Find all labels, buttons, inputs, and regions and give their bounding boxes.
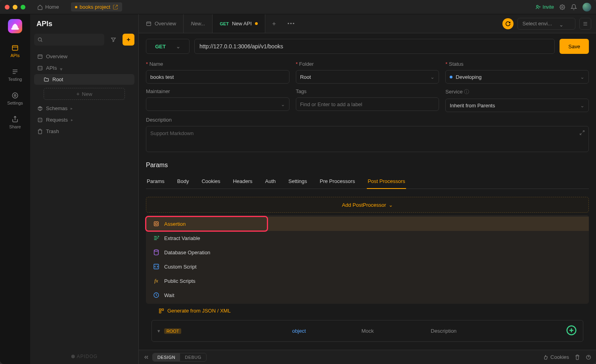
rail-label: Settings (7, 101, 23, 105)
add-field-button[interactable] (565, 324, 577, 337)
cookies-button[interactable]: Cookies (543, 354, 569, 360)
chevron-down-icon: ▾ (60, 66, 64, 70)
new-api-button[interactable]: + New (44, 88, 125, 100)
project-label: books project (80, 4, 110, 10)
service-select[interactable]: Inherit from Parents ⌄ (445, 99, 589, 112)
params-tab-post-processors[interactable]: Post Processors (367, 174, 406, 189)
folder-label: Folder (296, 61, 439, 67)
add-postprocessor-button[interactable]: Add PostProcessor ⌄ (146, 197, 589, 213)
thumb-icon (543, 354, 548, 360)
select-value: Inherit from Parents (450, 103, 495, 109)
rail-settings[interactable]: Settings (0, 90, 30, 107)
help-icon[interactable] (586, 354, 591, 360)
run-button[interactable] (502, 18, 514, 29)
expand-icon[interactable] (579, 130, 585, 135)
settings-icon (11, 92, 19, 99)
item-label: Root (52, 76, 63, 82)
filter-button[interactable] (107, 34, 119, 46)
avatar[interactable] (583, 3, 591, 11)
params-tab-settings[interactable]: Settings (287, 174, 308, 189)
params-tab-cookies[interactable]: Cookies (201, 174, 221, 189)
description-input[interactable]: Support Markdown (146, 126, 589, 152)
tab-label: New... (191, 21, 205, 27)
tab-overview[interactable]: Overview (139, 14, 184, 33)
breadcrumb-project[interactable]: books project (71, 2, 122, 11)
params-tab-params[interactable]: Params (146, 174, 165, 189)
sidebar-item-trash[interactable]: Trash (34, 126, 134, 137)
menu-item-extract-variable[interactable]: Extract Variable (146, 231, 589, 245)
menu-label: Public Scripts (164, 278, 195, 284)
type-label: object (292, 328, 358, 334)
menu-item-wait[interactable]: Wait (146, 288, 589, 302)
breadcrumb-home[interactable]: Home (33, 2, 63, 11)
external-link-icon (113, 4, 118, 10)
tab-new[interactable]: New... (184, 14, 213, 33)
rail-apis[interactable]: APIs (0, 43, 30, 59)
menu-label: Assertion (164, 221, 186, 227)
sidebar-item-root[interactable]: Root (34, 74, 134, 85)
close-window[interactable] (5, 5, 10, 10)
status-dot (450, 76, 452, 78)
dirty-indicator (255, 22, 258, 25)
menu-label: Extract Variable (164, 235, 200, 241)
mode-design[interactable]: DESIGN (153, 353, 180, 361)
chevron-down-icon: ⌄ (389, 202, 393, 208)
minimize-window[interactable] (13, 5, 17, 10)
tab-more-button[interactable]: ••• (283, 14, 300, 33)
save-button[interactable]: Save (560, 39, 589, 54)
db-icon (153, 249, 159, 255)
generate-link[interactable]: Generate from JSON / XML (146, 304, 589, 318)
trash-icon[interactable] (575, 354, 580, 360)
settings-gear-icon[interactable] (560, 4, 565, 10)
dots-icon: ••• (287, 21, 295, 27)
sidebar-item-requests[interactable]: Requests ▸ (34, 114, 134, 125)
sidebar-item-apis[interactable]: APIs ▾ (34, 63, 134, 73)
code-icon (37, 65, 43, 71)
panel-toggle[interactable] (579, 18, 591, 30)
tags-input[interactable] (296, 97, 439, 111)
params-tab-auth[interactable]: Auth (264, 174, 277, 189)
mode-debug[interactable]: DEBUG (180, 353, 206, 361)
params-tab-body[interactable]: Body (176, 174, 190, 189)
folder-select[interactable]: Root ⌄ (296, 70, 439, 84)
tab-active[interactable]: GET New API (213, 14, 265, 33)
rail-share[interactable]: Share (0, 114, 30, 131)
rail-label: APIs (10, 53, 19, 58)
overview-icon (37, 54, 43, 59)
invite-button[interactable]: Invite (535, 4, 554, 10)
rail-testing[interactable]: Testing (0, 67, 30, 83)
app-logo[interactable] (8, 19, 22, 33)
schema-root-row[interactable]: ▾ ROOT object Mock Description (151, 320, 583, 342)
method-badge: GET (220, 21, 229, 26)
collapse-icon[interactable] (144, 354, 149, 360)
menu-item-assertion[interactable]: Assertion (146, 217, 589, 231)
description-label: Description (146, 117, 589, 123)
url-input[interactable] (194, 39, 555, 54)
bell-icon[interactable] (571, 4, 577, 10)
plus-icon: + (76, 91, 79, 97)
maintainer-select[interactable]: ⌄ (146, 97, 289, 111)
menu-label: Wait (164, 292, 174, 298)
env-label: Select envi... (523, 21, 552, 27)
menu-item-database-operation[interactable]: Database Operation (146, 245, 589, 259)
item-label: Requests (46, 117, 68, 123)
search-input[interactable] (34, 34, 104, 46)
env-select[interactable]: Select envi... ⌄ (517, 18, 575, 30)
chevron-right-icon: ▸ (71, 118, 73, 122)
status-select[interactable]: Developing ⌄ (445, 70, 589, 84)
add-button[interactable] (123, 34, 134, 46)
params-section-title: Params (146, 162, 589, 169)
mock-label: Mock (361, 328, 427, 334)
sidebar-item-overview[interactable]: Overview (34, 51, 134, 62)
sidebar-item-schemas[interactable]: Schemas ▸ (34, 103, 134, 114)
method-select[interactable]: GET ⌄ (146, 39, 190, 54)
params-tab-pre-processors[interactable]: Pre Processors (319, 174, 356, 189)
chevron-down-icon: ⌄ (176, 44, 180, 50)
params-tab-headers[interactable]: Headers (232, 174, 253, 189)
menu-item-custom-script[interactable]: Custom Script (146, 259, 589, 274)
new-tab-button[interactable] (265, 14, 283, 33)
menu-item-public-scripts[interactable]: fxPublic Scripts (146, 274, 589, 288)
maximize-window[interactable] (21, 5, 25, 10)
name-input[interactable] (146, 70, 289, 84)
home-label: Home (45, 4, 59, 10)
